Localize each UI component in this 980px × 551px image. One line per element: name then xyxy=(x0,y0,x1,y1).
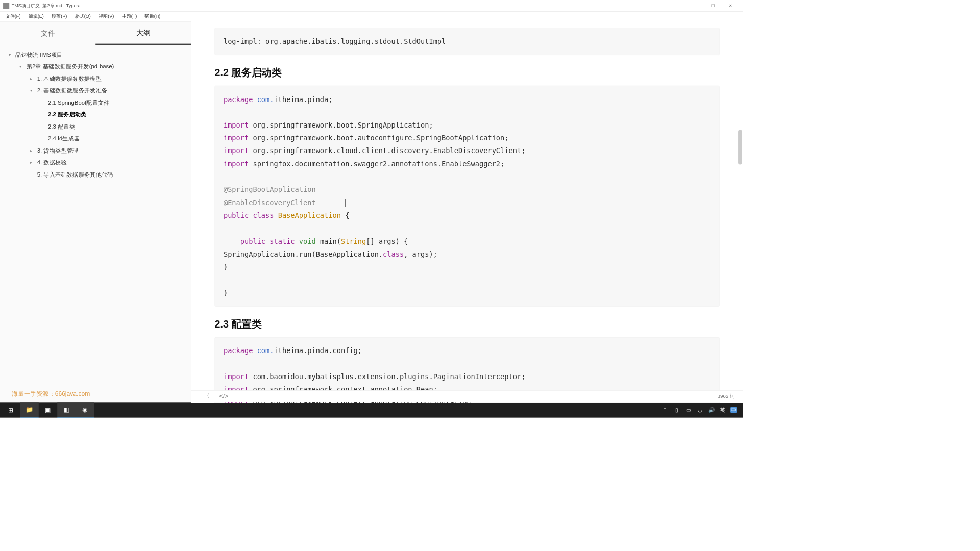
outline-s2[interactable]: ▾2. 基础数据微服务开发准备 xyxy=(0,85,191,96)
code-text: com.baomidou.mybatisplus.extension.plugi… xyxy=(249,372,525,381)
tray-network-icon[interactable]: ▭ xyxy=(685,407,691,413)
outline-label: 2.3 配置类 xyxy=(48,123,75,130)
code-text: itheima.pinda; xyxy=(274,95,333,104)
menubar: 文件(F) 编辑(E) 段落(P) 格式(O) 视图(V) 主题(T) 帮助(H… xyxy=(0,12,743,22)
minimize-button[interactable]: — xyxy=(687,0,704,11)
chevron-right-icon: ▸ xyxy=(30,148,36,153)
kw-public: public xyxy=(224,212,249,220)
chevron-right-icon: ▸ xyxy=(30,160,36,165)
pkg: com. xyxy=(257,347,274,355)
task-app2[interactable]: ◧ xyxy=(57,402,76,417)
outline-s4[interactable]: ▸4. 数据校验 xyxy=(0,157,191,168)
menu-help[interactable]: 帮助(H) xyxy=(141,12,164,20)
outline-label: 第2章 基础数据服务开发(pd-base) xyxy=(27,63,114,70)
watermark-text: 海量一手资源：666java.com xyxy=(0,386,191,402)
outline-s5[interactable]: 5. 导入基础数据服务其他代码 xyxy=(0,168,191,180)
outline-s3[interactable]: ▸3. 货物类型管理 xyxy=(0,144,191,156)
pkg: com. xyxy=(257,95,274,104)
code-text: SpringApplication.run(BaseApplication. xyxy=(224,250,383,258)
kw-import: import xyxy=(224,147,249,155)
kw-public: public xyxy=(240,237,265,245)
code-text: org.springframework.cloud.client.discove… xyxy=(249,147,525,155)
scrollbar-thumb[interactable] xyxy=(738,130,742,165)
code-text: log-impl: org.apache.ibatis.logging.stdo… xyxy=(224,38,446,46)
kw-class-lit: class xyxy=(383,250,404,258)
code-text: springfox.documentation.swagger2.annotat… xyxy=(249,160,504,168)
system-tray[interactable]: ˄ ▯ ▭ ◡ 🔊 英 中 xyxy=(657,407,741,414)
tray-battery-icon[interactable]: ▯ xyxy=(674,407,680,413)
outline-label: 2.4 Id生成器 xyxy=(48,135,80,142)
kw-import: import xyxy=(224,134,249,142)
sidebar: 文件 大纲 ▾品达物流TMS项目 ▾第2章 基础数据服务开发(pd-base) … xyxy=(0,21,191,402)
outline-s1[interactable]: ▸1. 基础数据服务数据模型 xyxy=(0,73,191,85)
menu-format[interactable]: 格式(O) xyxy=(71,12,94,20)
outline-s2-3[interactable]: 2.3 配置类 xyxy=(0,120,191,132)
maximize-button[interactable]: ☐ xyxy=(704,0,722,11)
app-icon xyxy=(3,3,9,9)
code-text: main( xyxy=(316,237,341,245)
outline-label: 2. 基础数据微服务开发准备 xyxy=(37,87,108,94)
tray-ime-cn[interactable]: 中 xyxy=(730,407,737,413)
kw-static: static xyxy=(270,237,295,245)
code-block-1[interactable]: package com.itheima.pinda; import org.sp… xyxy=(215,86,720,307)
kw-import: import xyxy=(224,160,249,168)
outline-label: 2.2 服务启动类 xyxy=(48,111,87,118)
outline-label: 1. 基础数据服务数据模型 xyxy=(37,75,102,82)
tray-chevron-icon[interactable]: ˄ xyxy=(662,407,668,413)
code-fragment-top[interactable]: log-impl: org.apache.ibatis.logging.stdo… xyxy=(215,28,720,56)
chevron-down-icon: ▾ xyxy=(30,88,36,93)
task-app1[interactable]: ▣ xyxy=(39,402,57,417)
heading-2-2[interactable]: 2.2 服务启动类 xyxy=(215,66,720,80)
annotation: @EnableDiscoveryClient xyxy=(224,198,316,207)
taskbar[interactable]: ⊞ 📁 ▣ ◧ ◉ ˄ ▯ ▭ ◡ 🔊 英 中 xyxy=(0,402,743,417)
chevron-down-icon: ▾ xyxy=(9,52,14,57)
editor-content[interactable]: log-impl: org.apache.ibatis.logging.stdo… xyxy=(191,21,743,402)
source-mode-button[interactable]: </> xyxy=(215,393,233,400)
outline-s2-4[interactable]: 2.4 Id生成器 xyxy=(0,133,191,144)
outline-chapter[interactable]: ▾第2章 基础数据服务开发(pd-base) xyxy=(0,61,191,72)
outline-label: 4. 数据校验 xyxy=(37,159,67,166)
outline-root[interactable]: ▾品达物流TMS项目 xyxy=(0,49,191,61)
task-chrome[interactable]: ◉ xyxy=(76,402,94,417)
chevron-right-icon: ▸ xyxy=(30,76,36,81)
annotation: @SpringBootApplication xyxy=(224,186,316,194)
kw-void: void xyxy=(299,237,316,245)
code-text: org.springframework.boot.autoconfigure.S… xyxy=(249,134,508,142)
kw-package: package xyxy=(224,95,253,104)
menu-theme[interactable]: 主题(T) xyxy=(118,12,141,20)
kw-import: import xyxy=(224,121,249,130)
tray-wifi-icon[interactable]: ◡ xyxy=(697,407,703,413)
type-string: String xyxy=(341,237,366,245)
tray-ime-en[interactable]: 英 xyxy=(720,407,725,414)
menu-view[interactable]: 视图(V) xyxy=(94,12,117,20)
code-text: org.springframework.boot.SpringApplicati… xyxy=(249,121,433,130)
text-cursor xyxy=(345,199,346,207)
tray-volume-icon[interactable]: 🔊 xyxy=(708,407,715,413)
task-explorer[interactable]: 📁 xyxy=(20,402,38,417)
kw-package: package xyxy=(224,347,253,355)
start-button[interactable]: ⊞ xyxy=(2,402,20,417)
code-text: [] args) { xyxy=(366,237,408,245)
window-title: TMS项目讲义_第2章.md - Typora xyxy=(12,3,687,9)
chevron-down-icon: ▾ xyxy=(19,64,25,69)
menu-paragraph[interactable]: 段落(P) xyxy=(47,12,70,20)
word-count[interactable]: 3962 词 xyxy=(718,393,736,400)
nav-back-button[interactable]: 〈 xyxy=(199,392,214,400)
menu-file[interactable]: 文件(F) xyxy=(2,12,24,20)
heading-2-3[interactable]: 2.3 配置类 xyxy=(215,317,720,331)
kw-class: class xyxy=(253,212,274,220)
kw-import: import xyxy=(224,372,249,381)
outline-s2-2[interactable]: 2.2 服务启动类 xyxy=(0,109,191,120)
outline-label: 3. 货物类型管理 xyxy=(37,147,79,154)
tab-files[interactable]: 文件 xyxy=(0,21,95,44)
tab-outline[interactable]: 大纲 xyxy=(95,21,191,44)
statusbar: 〈 </> 3962 词 xyxy=(191,391,743,403)
menu-edit[interactable]: 编辑(E) xyxy=(24,12,47,20)
outline-label: 2.1 SpringBoot配置文件 xyxy=(48,99,110,106)
outline-s2-1[interactable]: 2.1 SpringBoot配置文件 xyxy=(0,97,191,109)
outline-label: 5. 导入基础数据服务其他代码 xyxy=(37,171,113,178)
close-button[interactable]: ✕ xyxy=(722,0,740,11)
code-text: } xyxy=(224,289,228,297)
code-text: , args); xyxy=(404,250,437,258)
outline-tree[interactable]: ▾品达物流TMS项目 ▾第2章 基础数据服务开发(pd-base) ▸1. 基础… xyxy=(0,45,191,386)
